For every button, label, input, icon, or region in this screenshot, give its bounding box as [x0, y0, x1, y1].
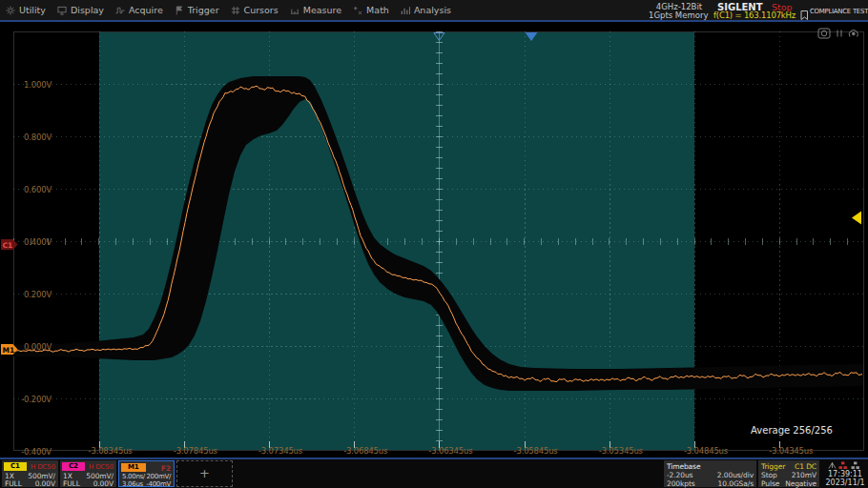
menu-label: Utility: [19, 5, 46, 15]
m1-voffset: -400mV: [146, 480, 171, 488]
trigger-type: Pulse: [761, 479, 779, 488]
graticule-area: 1.000V0.800V0.600V0.400V0.200V0.000V-0.2…: [0, 22, 868, 458]
freq-counter-label: f(C1) = 163.1107kHz: [713, 10, 801, 20]
status-area: 4GHz-12Bit1Gpts MemorySIGLENTStopf(C1) =…: [649, 0, 868, 20]
memory-label: 1Gpts Memory: [649, 10, 708, 20]
clock-time: 17:39:11: [822, 470, 868, 478]
menu-label: Math: [366, 5, 389, 15]
timebase-box[interactable]: Timebase-2.20us2.00us/div200kpts10.0GSa/…: [664, 460, 756, 487]
clock-date: 2023/11/1: [822, 478, 868, 487]
v-axis-label: 0.200V: [8, 290, 52, 299]
menu-item-utility[interactable]: Utility: [0, 0, 52, 20]
menu-item-trigger[interactable]: Trigger: [169, 0, 225, 20]
menu-label: Display: [71, 5, 104, 15]
bandwidth-label: 4GHz-12Bit: [653, 2, 705, 11]
average-count-label: Average 256/256: [739, 425, 844, 436]
channel-box-c2[interactable]: C2H DC501X500mV/FULL0.00V: [60, 460, 116, 487]
flag-icon: [175, 6, 184, 15]
t-axis-label: -3.04845us: [672, 446, 739, 456]
v-axis-label: 0.800V: [8, 132, 52, 142]
v-axis-label: 1.000V: [8, 80, 52, 90]
t-axis-label: -3.07345us: [247, 446, 314, 456]
menu-item-cursors[interactable]: Cursors: [225, 0, 284, 20]
status-icons: [828, 461, 864, 470]
math-icon: [353, 6, 362, 15]
bw-label: FULL: [63, 479, 80, 488]
v-axis-label: -0.400V: [8, 447, 52, 457]
t-axis-label: -3.05845us: [503, 446, 569, 456]
trigger-slope: Negative: [785, 479, 816, 488]
clock-area: 17:39:112023/11/1: [822, 460, 868, 487]
menu-item-acquire[interactable]: Acquire: [110, 0, 169, 20]
menu-item-analysis[interactable]: Analysis: [395, 0, 457, 20]
t-axis-label: -3.06845us: [332, 446, 399, 456]
trigger-level: 210mV: [792, 471, 816, 479]
crosshair-icon: [231, 6, 240, 15]
coupling-label: H DC50: [31, 463, 55, 471]
menu-label: Acquire: [129, 5, 163, 15]
trigger-title: Trigger: [761, 462, 785, 471]
offset-label: 0.00V: [35, 479, 55, 488]
plot-corner-icons: [817, 26, 861, 39]
offset-label: 0.00V: [93, 479, 114, 488]
lan-error-icon: [839, 461, 847, 469]
t-axis-label: -3.08345us: [77, 446, 144, 456]
t-axis-label: -3.07845us: [162, 446, 229, 456]
timebase-points: 200kpts: [667, 479, 695, 488]
timebase-scale: 2.00us/div: [717, 471, 754, 479]
menu-label: Trigger: [188, 5, 219, 15]
timebase-srate: 10.0GSa/s: [718, 479, 754, 488]
usb-icon: [829, 462, 836, 468]
gear-icon: [6, 6, 15, 15]
trigger-status: Stop: [761, 471, 777, 479]
svg-text:M1: M1: [3, 346, 15, 355]
camera-icon[interactable]: [818, 29, 830, 38]
t-axis-label: -3.05345us: [588, 446, 654, 456]
waveform-icon: [115, 6, 125, 15]
m1-badge: M1: [121, 463, 146, 472]
menu-label: Analysis: [414, 5, 451, 15]
menu-label: Measure: [303, 5, 341, 15]
menu-item-display[interactable]: Display: [52, 0, 110, 20]
ruler-icon: [290, 6, 300, 15]
compliance-icon: [800, 6, 810, 15]
timebase-title: Timebase: [667, 462, 700, 471]
math-box-m1[interactable]: M1F25.00ns/200mV/3.06us-400mV: [118, 460, 175, 487]
add-trace-box[interactable]: +: [176, 460, 233, 487]
trigger-box[interactable]: TriggerC1 DCStop210mVPulseNegative: [758, 460, 819, 487]
chart-icon: [401, 6, 410, 15]
f2-label: F2: [161, 464, 171, 473]
timebase-delay: -2.20us: [667, 471, 692, 479]
bw-label: FULL: [5, 479, 22, 488]
m1-zero-marker[interactable]: M1: [1, 340, 18, 351]
channel-box-c1-badge: C1: [4, 462, 27, 471]
menu-label: Cursors: [244, 5, 279, 15]
v-axis-label: -0.200V: [8, 395, 52, 404]
descriptor-bar: C1H DC501X500mV/FULL0.00VC2H DC501X500mV…: [0, 459, 868, 488]
m1-hscale: 5.00ns/: [122, 473, 145, 480]
channel-box-c1[interactable]: C1H DC501X500mV/FULL0.00V: [2, 460, 58, 487]
monitor-icon: [57, 6, 67, 15]
m1-vscale: 200mV/: [146, 473, 171, 480]
lan-icon: [852, 461, 859, 469]
menu-item-measure[interactable]: Measure: [284, 0, 347, 20]
v-axis-label: 0.600V: [8, 185, 52, 194]
persistence-band: [11, 76, 863, 391]
coupling-label: H DC50: [89, 463, 114, 471]
waveform-layer: [0, 22, 868, 458]
channel-box-c2-badge: C2: [62, 462, 85, 471]
t-axis-label: -3.06345us: [417, 446, 484, 456]
m1-hdelay: 3.06us: [122, 480, 143, 488]
c1-zero-marker[interactable]: C1: [1, 235, 18, 246]
svg-text:C1: C1: [3, 241, 13, 250]
history-icon[interactable]: [837, 30, 841, 37]
trigger-source: C1 DC: [795, 462, 816, 471]
mode-label: COMPLIANCE TEST: [810, 8, 868, 15]
menu-item-math[interactable]: Math: [347, 0, 395, 20]
touch-icon[interactable]: [849, 30, 858, 37]
oscilloscope-screen: UtilityDisplayAcquireTriggerCursorsMeasu…: [0, 0, 868, 488]
t-axis-label: -3.04345us: [757, 446, 824, 456]
